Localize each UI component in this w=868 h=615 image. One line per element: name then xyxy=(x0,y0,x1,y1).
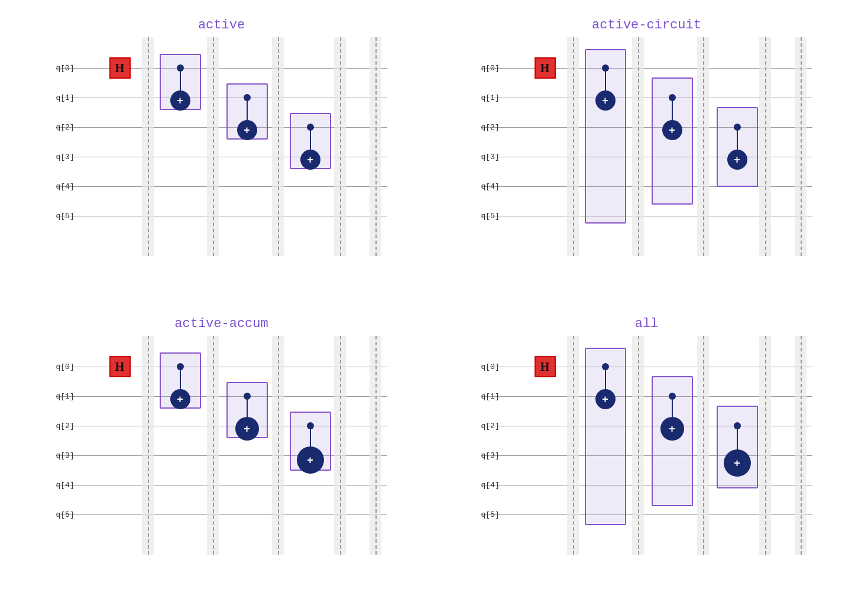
sep-3 xyxy=(703,37,704,256)
circuit-all: q[0] q[1] q[2] q[3] q[4] q[5] H + + + xyxy=(481,336,812,555)
qubit-label-2: q[2] xyxy=(481,422,500,430)
qubit-label-4: q[4] xyxy=(481,481,500,490)
sep-1 xyxy=(573,336,574,555)
cx1-target: + xyxy=(170,90,190,111)
qubit-label-0: q[0] xyxy=(481,362,500,371)
panel-active-circuit: active-circuit q[0] q[1] q[2] xyxy=(437,12,856,305)
circuit-active-accum: q[0] q[1] q[2] q[3] q[4] q[5] H + + + xyxy=(56,336,387,555)
sep-1 xyxy=(148,37,149,256)
sep-2 xyxy=(638,37,639,256)
qubit-label-5: q[5] xyxy=(481,212,500,221)
sep-2 xyxy=(213,37,214,256)
page: active q[0] q[1] q[2] q[3] xyxy=(0,0,868,615)
qubit-label-3: q[3] xyxy=(481,153,500,161)
circuit-active: q[0] q[1] q[2] q[3] q[4] q[5] H + + + xyxy=(56,37,387,256)
qubit-label-5: q[5] xyxy=(56,212,75,221)
h-gate: H xyxy=(535,57,556,79)
qubit-label-2: q[2] xyxy=(56,123,75,132)
sep-5 xyxy=(375,336,377,555)
h-gate: H xyxy=(535,356,556,377)
panel-title-active-accum: active-accum xyxy=(174,316,268,331)
cx1-target: + xyxy=(170,389,190,409)
qubit-label-3: q[3] xyxy=(56,153,75,161)
qubit-label-5: q[5] xyxy=(481,510,500,519)
sep-2 xyxy=(638,336,639,555)
sep-4 xyxy=(340,37,341,256)
qubit-label-5: q[5] xyxy=(56,510,75,519)
cx2-target: + xyxy=(237,120,257,140)
sep-4 xyxy=(340,336,341,555)
h-gate: H xyxy=(109,356,131,377)
cx3-target: + xyxy=(297,446,324,474)
qubit-label-4: q[4] xyxy=(56,481,75,490)
sep-4 xyxy=(765,336,766,555)
panel-title-active-circuit: active-circuit xyxy=(592,18,701,33)
qubit-label-1: q[1] xyxy=(481,392,500,401)
sep-3 xyxy=(278,37,279,256)
cx3-target: + xyxy=(724,449,751,477)
sep-3 xyxy=(703,336,704,555)
sep-4 xyxy=(765,37,766,256)
cx2-target: + xyxy=(235,417,259,441)
qubit-label-2: q[2] xyxy=(481,123,500,132)
sep-5 xyxy=(375,37,377,256)
panel-active: active q[0] q[1] q[2] q[3] xyxy=(12,12,431,305)
cx2-target: + xyxy=(660,417,684,441)
h-gate: H xyxy=(109,57,131,79)
qubit-label-2: q[2] xyxy=(56,422,75,430)
qubit-label-3: q[3] xyxy=(56,451,75,460)
cx1-target: + xyxy=(595,389,616,409)
qubit-label-0: q[0] xyxy=(56,362,75,371)
cx2-target: + xyxy=(662,120,682,140)
panel-active-accum: active-accum q[0] q[1] q[2] xyxy=(12,310,431,603)
qubit-label-1: q[1] xyxy=(481,93,500,102)
panel-title-all: all xyxy=(635,316,659,331)
sep-1 xyxy=(148,336,149,555)
cx1-target: + xyxy=(595,90,616,111)
sep-3 xyxy=(278,336,279,555)
qubit-label-4: q[4] xyxy=(481,182,500,191)
cx3-target: + xyxy=(727,150,747,170)
panel-all: all q[0] q[1] q[2] q[3] xyxy=(437,310,856,603)
sep-2 xyxy=(213,336,214,555)
qubit-label-0: q[0] xyxy=(481,64,500,73)
sep-5 xyxy=(801,336,802,555)
qubit-label-1: q[1] xyxy=(56,93,75,102)
qubit-label-1: q[1] xyxy=(56,392,75,401)
circuit-active-circuit: q[0] q[1] q[2] q[3] q[4] q[5] H + + + xyxy=(481,37,812,256)
sep-5 xyxy=(801,37,802,256)
qubit-label-4: q[4] xyxy=(56,182,75,191)
qubit-label-0: q[0] xyxy=(56,64,75,73)
panel-title-active: active xyxy=(198,18,245,33)
qubit-label-3: q[3] xyxy=(481,451,500,460)
sep-1 xyxy=(573,37,574,256)
cx3-target: + xyxy=(300,150,320,170)
